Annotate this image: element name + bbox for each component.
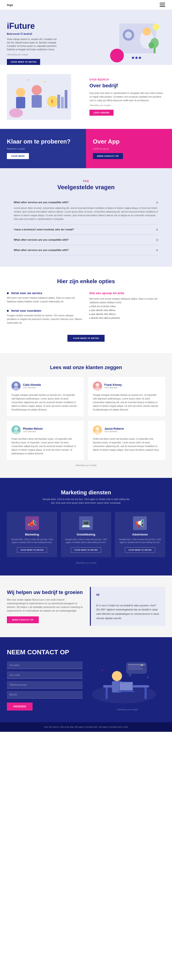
hero-illustration <box>86 19 165 65</box>
grow-cta-button[interactable]: NEEM CONTACT OP <box>7 616 39 623</box>
footer: Voer hier tekst in. Klik op de dag. Klik… <box>0 722 172 732</box>
cta-right: Over App Schrijf ons gerust NEEM CONTACT… <box>86 129 172 168</box>
cta-left-button[interactable]: VOOR MEER <box>7 153 29 159</box>
svg-text:💻: 💻 <box>81 519 91 528</box>
marketing-credit: Afbeelding van Freepik <box>7 562 165 564</box>
contact-name-input[interactable] <box>7 662 82 669</box>
svg-point-32 <box>13 431 19 434</box>
marketing-card-text-1: Sample tekst. Click to enter the text bo… <box>11 538 53 544</box>
testimonial-text-2: Feugiat volutpat venenatis facilisis ac … <box>93 393 161 412</box>
marketing-icon-1: 📣 <box>25 516 39 530</box>
options-item-2-text: Feugiat volutpat venenatis facilisis ac … <box>7 314 82 325</box>
faq-question-2[interactable]: I have a technical I need resolved, who … <box>14 228 158 231</box>
contact-form-area: NEEM CONTACT OP INDIENEN <box>7 649 82 711</box>
faq-item-2: I have a technical I need resolved, who … <box>14 224 158 235</box>
testimonial-name-4: Jassia Roberts <box>104 427 124 430</box>
contact-message-input[interactable] <box>7 691 82 698</box>
testimonial-text-1: Feugiat volutpat venenatis facilisis ac … <box>11 393 79 412</box>
svg-rect-48 <box>120 682 133 690</box>
svg-rect-16 <box>16 97 25 108</box>
cta-right-subtitle: Schrijf ons gerust <box>93 148 165 150</box>
hero-svg <box>110 21 165 65</box>
testimonial-text-4: Fedet sed libero amet sed faucibus turpi… <box>93 437 161 452</box>
testimonial-info-2: Frank Kinney CEO-directeur <box>104 383 122 389</box>
testimonials-grid: Calla Almeida CEO-directeur Feugiat volu… <box>7 377 165 460</box>
about-title: Over bedrijf <box>90 83 165 89</box>
marketing-card-text-3: Sample tekst. Click to enter the text bo… <box>119 538 161 544</box>
faq-item-4: What other services are you compatible w… <box>14 245 158 255</box>
options-list-item-2: quis absrde vleis afticus <box>90 308 165 312</box>
contact-email-input[interactable] <box>7 671 82 679</box>
testimonial-card-1: Calla Almeida CEO-directeur Feugiat volu… <box>7 377 84 416</box>
marketing-header: Marketing diensten Sample tekst. Click t… <box>7 489 165 505</box>
svg-point-4 <box>143 27 151 36</box>
faq-question-1[interactable]: What other services are you compatible w… <box>14 200 158 204</box>
marketing-icon-2: 💻 <box>79 516 93 530</box>
marketing-card-btn-1[interactable]: VOOR MEER TE WETEN <box>17 547 47 553</box>
about-tag: Over bedrijf <box>90 78 165 81</box>
chevron-down-icon-3: ∨ <box>156 238 158 242</box>
svg-point-2 <box>125 32 132 38</box>
testimonial-header-2: Frank Kinney CEO-directeur <box>93 382 161 391</box>
options-list-item-3: quis absrde vleis afticus <box>90 312 165 316</box>
faq-question-3[interactable]: What other services are you compatible w… <box>14 238 158 242</box>
grow-section: Wij helpen uw bedrijf te groeien Met onz… <box>0 576 172 637</box>
marketing-card-btn-3[interactable]: VOOR MEER TE WETEN <box>125 547 155 553</box>
svg-rect-23 <box>65 90 68 108</box>
svg-rect-43 <box>106 687 108 699</box>
svg-text:✦: ✦ <box>43 80 47 84</box>
chevron-up-icon: ∧ <box>156 200 158 204</box>
about-content: Over bedrijf Over bedrijf Duis aute irur… <box>90 78 165 116</box>
marketing-card-2: 💻 Ontwikkeling Sample tekst. Click to en… <box>61 512 111 557</box>
nav-logo: logo <box>7 3 13 6</box>
faq-question-4[interactable]: What other services are you compatible w… <box>14 248 158 252</box>
svg-marker-54 <box>129 674 132 677</box>
svg-rect-21 <box>57 95 60 108</box>
options-list-item-1: Klick om et eerste rultus <box>90 304 165 308</box>
svg-rect-55 <box>128 664 145 665</box>
contact-submit-button[interactable]: INDIENEN <box>7 703 32 711</box>
quote-mark-icon: " <box>96 592 160 601</box>
faq-answer-1: Lorem ipsum dolor sit amet, consectetur … <box>14 204 158 221</box>
contact-phone-input[interactable] <box>7 681 82 689</box>
marketing-card-btn-2[interactable]: VOOR MEER TE WETEN <box>71 547 101 553</box>
svg-rect-49 <box>118 691 134 692</box>
faq-tag: FAQ <box>14 180 158 182</box>
contact-section: NEEM CONTACT OP INDIENEN <box>0 637 172 722</box>
options-section: Hier zijn enkele opties Vertel over uw s… <box>0 267 172 353</box>
contact-svg: ✦ ✦ ✦ <box>90 649 158 706</box>
marketing-card-3: 📢 Adverteren Sample tekst. Click to ente… <box>115 512 165 557</box>
cta-right-button[interactable]: NEEM CONTACT OP <box>93 153 123 159</box>
testimonial-card-4: Jassia Roberts CEO-directeur Fedet sed l… <box>88 421 165 460</box>
svg-text:✦: ✦ <box>101 668 104 672</box>
hamburger-menu[interactable] <box>160 3 165 7</box>
hero-cta-button[interactable]: VOOR MEER TE WETEN <box>7 59 40 65</box>
options-left-col: Vertel over uw service Met lorem sed orn… <box>7 291 82 330</box>
svg-point-24 <box>9 108 23 118</box>
about-cta-button[interactable]: LEES VERDER <box>90 110 114 116</box>
cta-left-subtitle: Registreer nu gratis <box>7 148 79 150</box>
contact-row: NEEM CONTACT OP INDIENEN <box>7 649 165 711</box>
hero-title: iFuture <box>7 21 86 30</box>
faq-item-3: What other services are you compatible w… <box>14 235 158 245</box>
hero-section: iFuture Bekroond IT-bedrijf Vivax volugs… <box>0 10 172 65</box>
svg-point-31 <box>14 427 18 431</box>
svg-point-27 <box>14 383 18 387</box>
testimonial-header-1: Calla Almeida CEO-directeur <box>11 382 79 391</box>
hero-illus-container <box>110 21 165 65</box>
svg-point-33 <box>96 427 99 431</box>
faq-item-1: What other services are you compatible w… <box>14 197 158 224</box>
contact-title: NEEM CONTACT OP <box>7 649 82 656</box>
svg-point-15 <box>16 88 25 97</box>
testimonial-name-2: Frank Kinney <box>104 383 122 387</box>
navbar: logo <box>0 0 172 10</box>
about-text: Duis aute irure dolor in reprehenderit i… <box>90 91 165 102</box>
options-cta-button[interactable]: VOOR MEER TE WETEN <box>68 335 104 342</box>
hero-content: iFuture Bekroond IT-bedrijf Vivax volugs… <box>7 19 86 65</box>
svg-point-45 <box>112 671 122 681</box>
testimonial-role-2: CEO-directeur <box>104 387 122 389</box>
options-title: Hier zijn enkele opties <box>7 278 165 285</box>
dot-icon-1 <box>7 292 9 294</box>
marketing-section: Marketing diensten Sample tekst. Click t… <box>0 478 172 576</box>
svg-rect-6 <box>155 29 157 30</box>
